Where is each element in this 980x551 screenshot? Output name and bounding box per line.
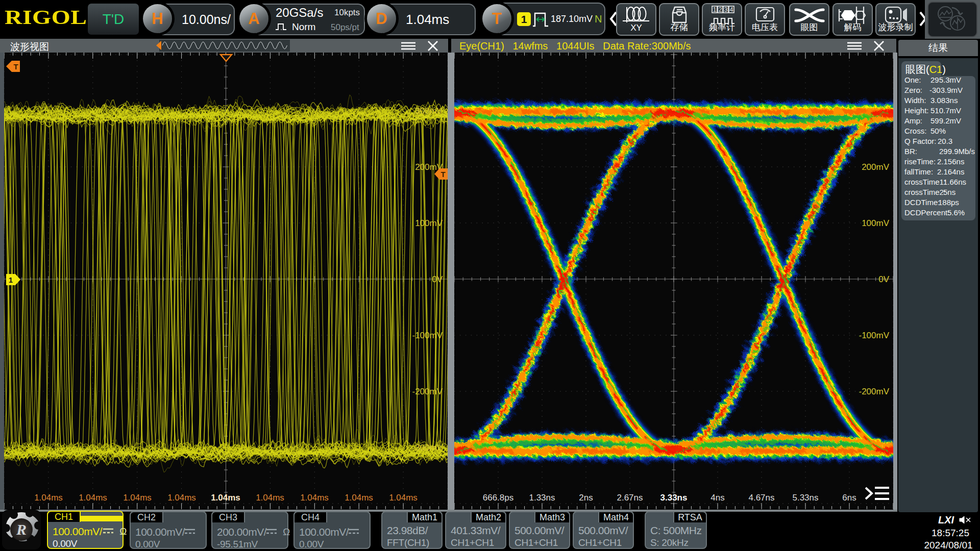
svg-text:1.33ns: 1.33ns [529, 493, 555, 503]
svg-text:6ns: 6ns [842, 493, 856, 503]
svg-text:4: 4 [729, 6, 733, 13]
svg-text:100mV: 100mV [415, 218, 443, 228]
svg-text:3.33ns: 3.33ns [660, 493, 688, 503]
svg-text:1: 1 [713, 6, 716, 13]
svg-text:666.8ps: 666.8ps [483, 493, 514, 503]
svg-text:5.33ns: 5.33ns [792, 493, 818, 503]
svg-text:200mV: 200mV [862, 162, 890, 172]
svg-text:T: T [13, 62, 18, 71]
svg-text:0V: 0V [878, 274, 889, 284]
svg-text:300mV: 300mV [415, 106, 443, 116]
svg-text:Ω: Ω [119, 526, 127, 536]
svg-text:4.67ns: 4.67ns [748, 493, 774, 503]
svg-text:100mV: 100mV [862, 218, 890, 228]
svg-text:-300mV: -300mV [412, 443, 443, 453]
svg-text:-100mV: -100mV [859, 331, 889, 340]
svg-text:R: R [16, 521, 27, 538]
svg-text:1.04ms: 1.04ms [211, 493, 240, 503]
svg-text:1.04ms: 1.04ms [167, 493, 196, 503]
svg-text:1: 1 [9, 276, 13, 284]
svg-text:1.04ms: 1.04ms [79, 493, 107, 503]
svg-text:-100mV: -100mV [412, 331, 443, 340]
svg-text:2ns: 2ns [579, 493, 593, 503]
svg-text:1.04ms: 1.04ms [345, 493, 373, 503]
svg-text:-200mV: -200mV [412, 387, 443, 396]
svg-text:2: 2 [718, 6, 722, 13]
svg-text:Ω: Ω [283, 527, 290, 537]
svg-text:1.04ms: 1.04ms [256, 493, 284, 503]
svg-text:4ns: 4ns [710, 493, 724, 503]
svg-text:T: T [440, 170, 445, 179]
svg-text:0V: 0V [432, 274, 443, 284]
svg-text:1.04ms: 1.04ms [389, 493, 418, 503]
svg-text:1.04ms: 1.04ms [34, 493, 63, 503]
svg-text:2.67ns: 2.67ns [617, 493, 643, 503]
svg-text:1.04ms: 1.04ms [300, 493, 329, 503]
svg-text:-200mV: -200mV [859, 387, 889, 396]
svg-text:3: 3 [724, 6, 727, 13]
svg-text:1.04ms: 1.04ms [123, 493, 152, 503]
